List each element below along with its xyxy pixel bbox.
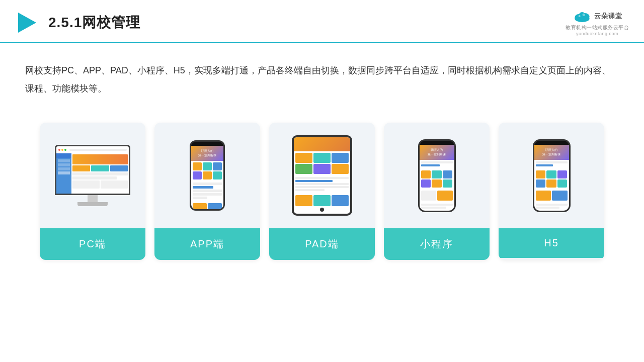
card-pc-label: PC端 — [40, 228, 145, 260]
card-app-label: APP端 — [154, 228, 260, 260]
phone-screen: 职涯人的第一堂判断课 — [191, 146, 223, 209]
svg-marker-0 — [18, 13, 36, 33]
description-text: 网校支持PC、APP、PAD、小程序、H5，实现多端打通，产品各终端自由切换，数… — [0, 43, 644, 103]
tablet-screen — [294, 137, 350, 214]
logo-tagline: 教育机构一站式服务云平台 — [566, 24, 629, 31]
card-miniprogram: 职涯人的第一堂判断课 — [384, 123, 490, 260]
monitor-neck — [88, 195, 98, 202]
cards-container: PC端 职涯人的第一堂判断课 — [0, 108, 644, 275]
tablet-home-button — [320, 208, 324, 212]
pad-tablet — [292, 135, 352, 216]
h5-phone-screen: 职涯人的第一堂判断课 — [534, 145, 569, 211]
header: 2.5.1网校管理 云朵课堂 教育机构一站式服务云平台 yunduoketang… — [0, 0, 644, 43]
play-icon — [15, 11, 39, 35]
svg-point-6 — [583, 14, 585, 16]
monitor-base — [77, 202, 108, 206]
monitor-screen — [55, 145, 130, 195]
app-phone: 职涯人的第一堂判断课 — [190, 140, 225, 211]
card-h5: 职涯人的第一堂判断课 — [499, 123, 604, 260]
card-pad-label: PAD端 — [269, 228, 375, 260]
pc-monitor — [55, 145, 130, 206]
h5-phone: 职涯人的第一堂判断课 — [533, 139, 571, 212]
card-app: 职涯人的第一堂判断课 — [154, 123, 260, 260]
miniprogram-screen: 职涯人的第一堂判断课 — [420, 145, 454, 211]
card-miniprogram-image: 职涯人的第一堂判断课 — [384, 123, 490, 228]
card-miniprogram-label: 小程序 — [384, 228, 490, 260]
card-app-image: 职涯人的第一堂判断课 — [154, 123, 260, 228]
logo-domain: yunduoketang.com — [576, 31, 618, 36]
logo-name: 云朵课堂 — [594, 12, 622, 21]
svg-point-5 — [579, 15, 581, 17]
card-pad-image — [269, 123, 375, 228]
card-pad: PAD端 — [269, 123, 375, 260]
phone-notch — [202, 143, 213, 146]
logo-cloud: 云朵课堂 — [572, 9, 622, 23]
h5-phone-notch — [546, 142, 557, 145]
card-pc: PC端 — [40, 123, 145, 260]
cloud-icon — [572, 9, 592, 23]
logo-area: 云朵课堂 教育机构一站式服务云平台 yunduoketang.com — [566, 9, 629, 36]
card-pc-image — [40, 123, 145, 228]
page-title: 2.5.1网校管理 — [48, 13, 140, 32]
card-h5-label: H5 — [499, 228, 604, 258]
miniprogram-phone: 职涯人的第一堂判断课 — [418, 139, 456, 212]
header-left: 2.5.1网校管理 — [15, 11, 140, 35]
miniprogram-notch — [431, 142, 442, 145]
card-h5-image: 职涯人的第一堂判断课 — [499, 123, 604, 228]
